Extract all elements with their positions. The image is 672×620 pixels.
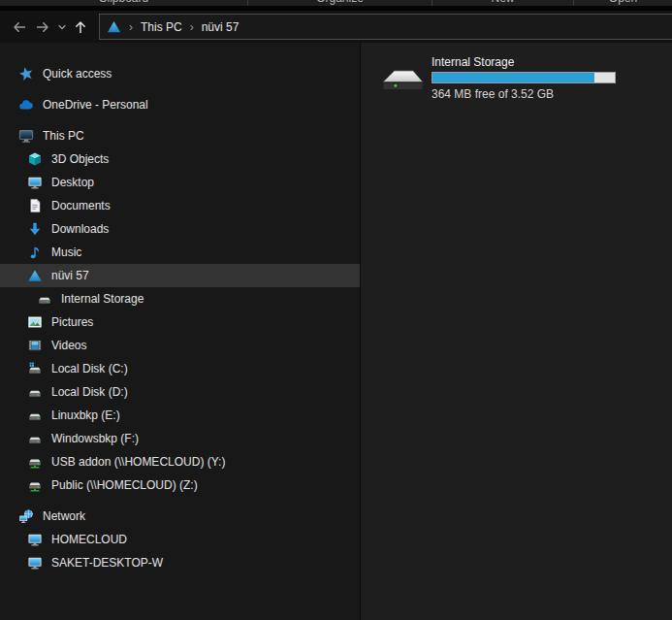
sidebar-item-network[interactable]: Network [0, 505, 360, 528]
sidebar-item-label: Pictures [51, 315, 93, 329]
storage-usage-bar [432, 72, 616, 83]
sidebar-item-pictures[interactable]: Pictures [0, 310, 360, 334]
sidebar-item-desktop[interactable]: Desktop [0, 171, 360, 194]
files-pane: Internal Storage 364 MB free of 3.52 GB [361, 43, 672, 620]
chevron-down-icon [53, 18, 70, 35]
sidebar-item-label: Documents [51, 199, 111, 212]
ribbon-group-new: New [432, 0, 574, 6]
drive-icon [26, 408, 43, 424]
sidebar-item-downloads[interactable]: Downloads [0, 217, 360, 241]
sidebar-item-label: Downloads [51, 222, 109, 236]
sidebar-item-label: SAKET-DESKTOP-W [51, 556, 163, 570]
sidebar-item-label: Desktop [51, 176, 94, 189]
drive-icon [36, 291, 52, 308]
cube-icon [26, 151, 43, 168]
forward-button[interactable] [31, 16, 54, 39]
sidebar-item-linuxbkp-e[interactable]: Linuxbkp (E:) [0, 404, 360, 427]
sidebar-item-homecloud[interactable]: HOMECLOUD [0, 528, 360, 551]
storage-usage-fill [432, 73, 594, 82]
ribbon-group-label: Open [574, 0, 672, 5]
note-icon [26, 245, 43, 261]
ribbon-group-organize: Organize [248, 0, 432, 6]
sidebar-item-label: Linuxbkp (E:) [51, 408, 120, 422]
breadcrumb-separator-icon: › [189, 20, 195, 34]
tile-text: Internal Storage 364 MB free of 3.52 GB [432, 55, 616, 105]
sidebar-item-this-pc[interactable]: This PC [0, 124, 360, 147]
sidebar-item-label: OneDrive - Personal [43, 98, 148, 112]
monitor-blue-icon [26, 555, 43, 571]
monitor-dark-icon [17, 128, 34, 145]
sidebar-item-local-disk-d[interactable]: Local Disk (D:) [0, 380, 360, 404]
sidebar-item-videos[interactable]: Videos [0, 334, 360, 357]
internal-storage-tile[interactable]: Internal Storage 364 MB free of 3.52 GB [381, 55, 616, 105]
sidebar-item-quick-access[interactable]: Quick access [0, 62, 360, 85]
drive-name: Internal Storage [432, 55, 616, 69]
recent-locations-button[interactable] [54, 16, 69, 39]
film-icon [26, 338, 43, 354]
sidebar-item-label: Quick access [43, 67, 112, 81]
sidebar-item-windowsbkp-f[interactable]: Windowsbkp (F:) [0, 427, 360, 450]
up-button[interactable] [69, 16, 92, 39]
arrow-down-icon [26, 221, 43, 238]
drive-net-icon [26, 454, 43, 471]
hard-drive-icon [381, 64, 425, 105]
sidebar-item-label: USB addon (\\HOMECLOUD) (Y:) [51, 455, 225, 469]
sidebar-item-saket-desktop-w[interactable]: SAKET-DESKTOP-W [0, 551, 360, 574]
sidebar-item-music[interactable]: Music [0, 241, 360, 264]
drive-icon [26, 431, 43, 447]
sidebar-item-label: This PC [43, 129, 84, 143]
ribbon-group-clipboard: Clipboard [0, 0, 248, 6]
sidebar-item-label: Windowsbkp (F:) [51, 432, 139, 445]
triangle-icon [26, 268, 43, 284]
sidebar-item-label: Internal Storage [61, 292, 144, 306]
network-icon [17, 508, 34, 525]
star-icon [17, 66, 34, 82]
sidebar-item-n-vi-57[interactable]: nüvi 57 [0, 264, 360, 287]
sidebar-item-label: Music [51, 245, 81, 259]
monitor-blue-icon [26, 175, 43, 191]
ribbon-group-label: New [432, 0, 573, 5]
sidebar-item-label: Videos [51, 339, 86, 352]
picture-icon [26, 314, 43, 331]
up-arrow-icon [73, 18, 89, 35]
drive-net-icon [26, 477, 43, 494]
sidebar-item-label: Local Disk (D:) [51, 385, 128, 399]
sidebar-item-label: Local Disk (C:) [51, 362, 128, 375]
back-button[interactable] [8, 16, 31, 39]
back-arrow-icon [12, 18, 28, 35]
monitor-blue-icon [26, 532, 43, 548]
ribbon-group-label: Organize [248, 0, 432, 5]
ribbon-group-label: Clipboard [0, 0, 247, 5]
sidebar-item-label: Public (\\HOMECLOUD) (Z:) [51, 478, 198, 492]
sidebar-item-label: 3D Objects [51, 152, 109, 166]
sidebar-item-label: HOMECLOUD [51, 533, 127, 546]
document-icon [26, 198, 43, 214]
address-bar[interactable]: › This PC › nüvi 57 [99, 14, 672, 40]
content-area: Quick accessOneDrive - PersonalThis PC3D… [0, 43, 672, 620]
sidebar-item-usb-addon-homecloud-y[interactable]: USB addon (\\HOMECLOUD) (Y:) [0, 450, 360, 473]
sidebar-item-label: Network [43, 509, 85, 523]
drive-free-space: 364 MB free of 3.52 GB [432, 87, 616, 101]
explorer-window: Clipboard Organize New Open [0, 0, 672, 620]
sidebar-item-internal-storage[interactable]: Internal Storage [0, 287, 360, 310]
navigation-bar: › This PC › nüvi 57 [0, 11, 672, 43]
navigation-pane: Quick accessOneDrive - PersonalThis PC3D… [0, 43, 361, 620]
forward-arrow-icon [35, 18, 51, 35]
sidebar-item-3d-objects[interactable]: 3D Objects [0, 147, 360, 171]
sidebar-item-label: nüvi 57 [51, 269, 89, 282]
breadcrumb-nuvi-57[interactable]: nüvi 57 [202, 20, 240, 34]
drive-win-icon [26, 361, 43, 377]
breadcrumb-separator-icon: › [128, 20, 134, 34]
nuvi-device-icon [107, 19, 121, 34]
sidebar-item-local-disk-c[interactable]: Local Disk (C:) [0, 357, 360, 380]
drive-icon [26, 384, 43, 401]
sidebar-item-documents[interactable]: Documents [0, 194, 360, 217]
ribbon-group-open: Open [574, 0, 672, 6]
breadcrumb-this-pc[interactable]: This PC [141, 20, 182, 34]
ribbon-group-strip: Clipboard Organize New Open [0, 0, 672, 6]
sidebar-item-onedrive-personal[interactable]: OneDrive - Personal [0, 93, 360, 116]
sidebar-item-public-homecloud-z[interactable]: Public (\\HOMECLOUD) (Z:) [0, 473, 360, 497]
cloud-icon [17, 97, 34, 114]
